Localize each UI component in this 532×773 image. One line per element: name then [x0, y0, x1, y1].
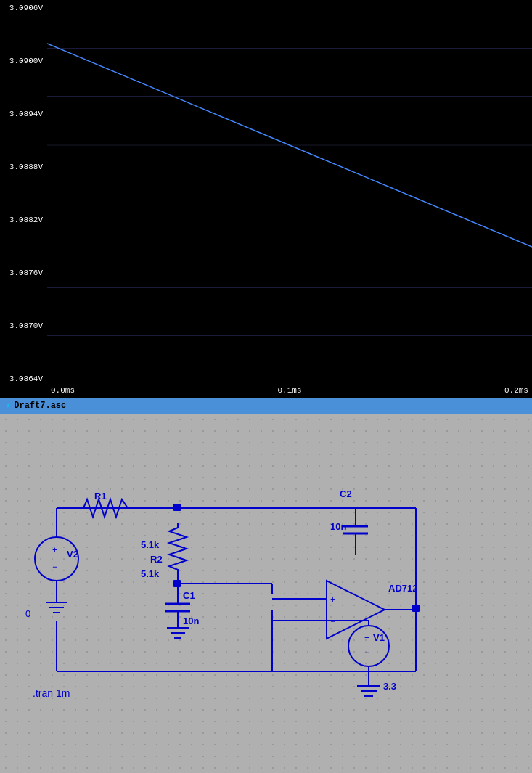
y-axis: 3.0906V 3.0900V 3.0894V 3.0888V 3.0882V … — [0, 0, 47, 398]
y-label-6: 3.0876V — [1, 269, 46, 277]
y-label-2: 3.0900V — [1, 57, 46, 65]
y-label-1: 3.0906V — [1, 4, 46, 12]
svg-text:V1: V1 — [373, 632, 385, 643]
svg-text:0: 0 — [25, 608, 30, 619]
x-label-3: 0.2ms — [504, 386, 528, 395]
svg-text:+: + — [52, 545, 57, 555]
y-label-7: 3.0870V — [1, 322, 46, 330]
svg-text:−: − — [364, 647, 369, 658]
svg-text:3.3: 3.3 — [383, 681, 396, 692]
svg-text:5.1k: 5.1k — [141, 568, 160, 579]
tab-title: Draft7.asc — [14, 401, 66, 411]
waveform-panel: 3.0906V 3.0900V 3.0894V 3.0888V 3.0882V … — [0, 0, 532, 398]
svg-text:−: − — [52, 562, 57, 572]
schematic-tab[interactable]: ⚡ Draft7.asc — [0, 398, 532, 414]
svg-text:.tran 1m: .tran 1m — [33, 687, 70, 699]
svg-text:R2: R2 — [150, 554, 163, 565]
y-label-3: 3.0894V — [1, 110, 46, 118]
y-label-5: 3.0882V — [1, 216, 46, 224]
waveform-svg — [47, 0, 532, 383]
x-label-2: 0.1ms — [277, 386, 301, 395]
svg-text:C1: C1 — [183, 590, 195, 601]
grid-area — [47, 0, 532, 383]
svg-text:+: + — [364, 633, 369, 643]
svg-text:AD712: AD712 — [388, 583, 417, 594]
x-axis: 0.0ms 0.1ms 0.2ms — [47, 383, 532, 398]
y-label-8: 3.0864V — [1, 375, 46, 383]
tab-icon: ⚡ — [6, 401, 11, 412]
svg-text:−: − — [330, 617, 335, 627]
y-label-4: 3.0888V — [1, 163, 46, 171]
svg-text:V2: V2 — [67, 549, 78, 560]
svg-text:+: + — [330, 595, 335, 605]
x-label-1: 0.0ms — [51, 386, 75, 395]
svg-text:R1: R1 — [94, 491, 107, 502]
svg-text:5.1k: 5.1k — [141, 539, 160, 550]
svg-text:C2: C2 — [340, 488, 352, 499]
schematic-panel[interactable]: + − V2 0 R1 5.1k R2 5.1k C1 10n — [0, 414, 532, 773]
svg-text:10n: 10n — [183, 615, 199, 626]
circuit-svg: + − V2 0 R1 5.1k R2 5.1k C1 10n — [0, 414, 532, 773]
